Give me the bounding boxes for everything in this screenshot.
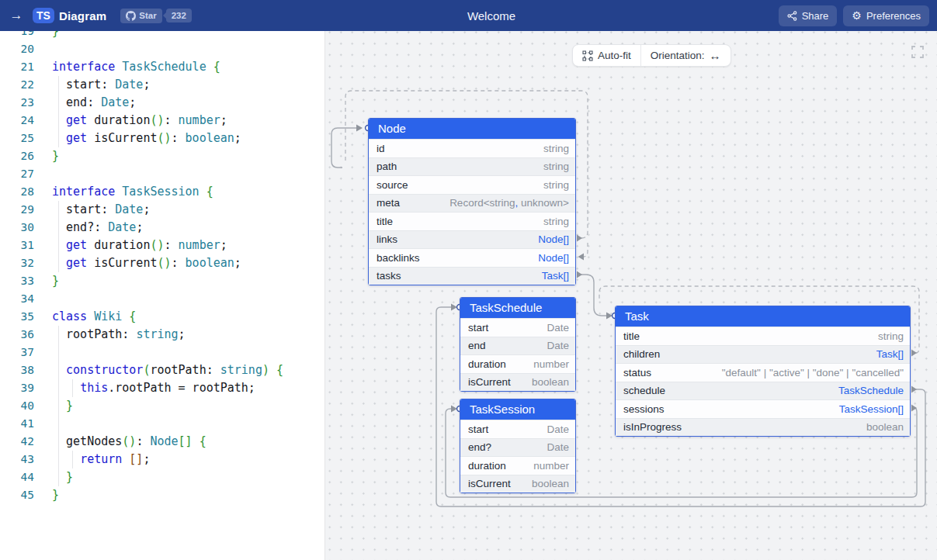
entity-task[interactable]: TasktitlestringchildrenTask[]status"defa…: [615, 306, 911, 437]
preferences-button[interactable]: ⚙ Preferences: [843, 5, 929, 26]
code-text: end: Date;: [52, 94, 136, 112]
code-line[interactable]: 27: [0, 165, 324, 183]
field-name: backlinks: [377, 252, 420, 264]
entity-field-row: durationnumber: [460, 354, 575, 373]
entity-title[interactable]: Task: [616, 306, 910, 327]
entity-title[interactable]: TaskSchedule: [460, 298, 575, 318]
indent-guide: [72, 451, 73, 468]
code-editor-panel[interactable]: 19}2021interface TaskSchedule {22 start:…: [0, 31, 325, 560]
line-number: 33: [0, 272, 34, 290]
github-star-label: Star: [139, 11, 156, 20]
diagram-canvas[interactable]: NodeidstringpathstringsourcestringmetaRe…: [325, 31, 937, 560]
entity-field-row: startDate: [460, 420, 575, 438]
code-line[interactable]: 40 }: [0, 397, 324, 415]
indent-guide: [58, 451, 59, 468]
line-number: 25: [0, 130, 34, 147]
entity-title[interactable]: Node: [369, 119, 575, 139]
collapse-sidebar-icon[interactable]: →: [8, 8, 25, 23]
field-type-link[interactable]: Task[]: [876, 348, 904, 360]
code-line[interactable]: 44 }: [0, 468, 324, 486]
indent-guide: [72, 379, 73, 397]
code-lines: 19}2021interface TaskSchedule {22 start:…: [0, 31, 324, 504]
indent-guide: [58, 361, 59, 379]
top-bar: → TS Diagram Star 232 Welcome Share: [0, 0, 937, 31]
entity-field-row: isCurrentboolean: [460, 373, 575, 392]
code-line[interactable]: 21interface TaskSchedule {: [0, 58, 324, 76]
code-line[interactable]: 45}: [0, 486, 324, 504]
code-text: }: [52, 468, 73, 486]
field-type: "default" | "active" | "done" | "cancell…: [722, 367, 904, 379]
field-type-link[interactable]: TaskSchedule: [838, 385, 904, 396]
field-type-link[interactable]: Task[]: [542, 270, 569, 282]
field-name: status: [623, 367, 651, 379]
line-number: 28: [0, 183, 34, 201]
code-line[interactable]: 23 end: Date;: [0, 94, 324, 112]
github-star-count[interactable]: 232: [166, 9, 192, 22]
github-star-widget[interactable]: Star 232: [120, 9, 192, 23]
code-line[interactable]: 35class Wiki {: [0, 308, 324, 326]
code-line[interactable]: 32 get isCurrent(): boolean;: [0, 254, 324, 272]
code-line[interactable]: 38 constructor(rootPath: string) {: [0, 361, 324, 379]
code-text: getNodes(): Node[] {: [52, 433, 206, 451]
canvas-toolbar: Auto-fit Orientation: ↔: [572, 44, 731, 67]
entity-field-row: linksNode[]: [369, 230, 575, 249]
field-type-link[interactable]: Node[]: [538, 233, 569, 245]
code-line[interactable]: 28interface TaskSession {: [0, 183, 324, 201]
field-name: children: [623, 348, 660, 360]
field-name: end: [468, 340, 486, 351]
code-line[interactable]: 42 getNodes(): Node[] {: [0, 433, 324, 451]
code-line[interactable]: 31 get duration(): number;: [0, 237, 324, 254]
line-number: 23: [0, 94, 34, 112]
fullscreen-button[interactable]: [908, 43, 928, 63]
code-line[interactable]: 36 rootPath: string;: [0, 326, 324, 344]
entity-taskschedule[interactable]: TaskSchedulestartDateendDatedurationnumb…: [460, 297, 576, 392]
entity-field-row: isInProgressboolean: [616, 418, 910, 437]
line-number: 41: [0, 415, 34, 433]
line-number: 30: [0, 219, 34, 237]
code-line[interactable]: 37: [0, 344, 324, 361]
field-name: schedule: [623, 385, 665, 396]
code-text: this.rootPath = rootPath;: [52, 379, 255, 397]
code-line[interactable]: 41: [0, 415, 324, 433]
code-line[interactable]: 29 start: Date;: [0, 201, 324, 219]
entity-field-row: isCurrentboolean: [460, 475, 575, 493]
indent-guide: [58, 415, 59, 433]
auto-fit-label: Auto-fit: [598, 50, 631, 61]
line-number: 27: [0, 165, 34, 183]
line-number: 35: [0, 308, 34, 326]
code-line[interactable]: 43 return [];: [0, 451, 324, 468]
line-number: 37: [0, 344, 34, 361]
field-type: string: [543, 179, 569, 191]
code-line[interactable]: 24 get duration(): number;: [0, 112, 324, 130]
code-line[interactable]: 25 get isCurrent(): boolean;: [0, 130, 324, 147]
github-star-button[interactable]: Star: [120, 9, 161, 23]
code-line[interactable]: 39 this.rootPath = rootPath;: [0, 379, 324, 397]
orientation-button[interactable]: Orientation: ↔: [641, 45, 731, 66]
line-number: 26: [0, 147, 34, 165]
indent-guide: [58, 379, 59, 397]
field-name: sessions: [623, 403, 665, 415]
field-type-link[interactable]: TaskSession[]: [839, 403, 904, 415]
field-type-link[interactable]: Node[]: [538, 252, 569, 264]
code-line[interactable]: 19}: [0, 31, 324, 40]
code-line[interactable]: 26}: [0, 147, 324, 165]
entity-node[interactable]: NodeidstringpathstringsourcestringmetaRe…: [368, 118, 576, 285]
field-type: Date: [547, 441, 569, 453]
logo-ts-badge: TS: [33, 8, 54, 23]
entity-field-row: durationnumber: [460, 456, 575, 475]
share-button[interactable]: Share: [779, 5, 838, 26]
auto-fit-button[interactable]: Auto-fit: [573, 45, 640, 66]
code-line[interactable]: 22 start: Date;: [0, 76, 324, 94]
code-line[interactable]: 33}: [0, 272, 324, 290]
field-type: Record<string, unknown>: [449, 197, 569, 209]
field-type: boolean: [532, 478, 569, 489]
entity-title[interactable]: TaskSession: [460, 399, 575, 420]
code-line[interactable]: 30 end?: Date;: [0, 219, 324, 237]
entity-tasksession[interactable]: TaskSessionstartDateend?Datedurationnumb…: [460, 399, 576, 493]
code-line[interactable]: 34: [0, 290, 324, 308]
code-line[interactable]: 20: [0, 40, 324, 58]
orientation-label: Orientation:: [651, 50, 705, 61]
line-number: 22: [0, 76, 34, 94]
app-logo[interactable]: TS Diagram: [33, 8, 106, 23]
code-text: start: Date;: [52, 76, 150, 94]
